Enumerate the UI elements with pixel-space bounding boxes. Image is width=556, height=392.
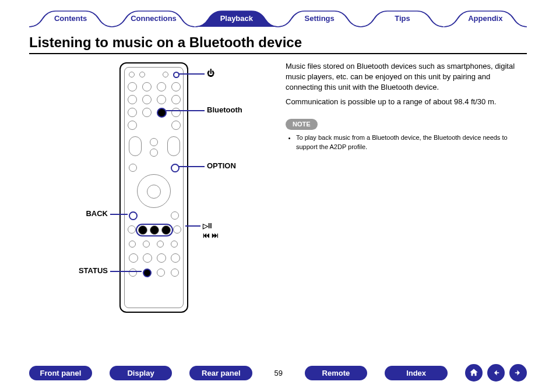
remote-outline bbox=[119, 62, 188, 313]
remote-btn bbox=[142, 108, 152, 117]
remote-btn bbox=[171, 211, 179, 220]
callout-label: Bluetooth bbox=[207, 105, 242, 114]
remote-btn bbox=[171, 108, 181, 117]
top-tab-bar: Contents Connections Playback Settings T… bbox=[0, 0, 556, 27]
remote-btn bbox=[128, 121, 137, 130]
note-badge: NOTE bbox=[286, 119, 318, 130]
tab-label: Playback bbox=[220, 14, 253, 23]
pill-label: Index bbox=[406, 369, 426, 377]
remote-btn bbox=[157, 82, 166, 91]
remote-btn bbox=[128, 225, 136, 234]
callout-bluetooth: Bluetooth bbox=[207, 105, 242, 114]
remote-btn bbox=[129, 136, 142, 156]
remote-btn bbox=[128, 82, 137, 91]
callout-label: BACK bbox=[86, 209, 108, 218]
callout-status: STATUS bbox=[64, 266, 108, 275]
tab-settings[interactable]: Settings bbox=[278, 10, 361, 27]
tab-label: Connections bbox=[131, 14, 177, 23]
remote-bluetooth-btn bbox=[157, 108, 167, 118]
next-page-button[interactable] bbox=[509, 364, 527, 382]
remote-btn bbox=[129, 253, 138, 263]
nav-rear-panel[interactable]: Rear panel bbox=[189, 366, 252, 380]
home-button[interactable] bbox=[465, 364, 483, 382]
remote-btn bbox=[142, 95, 152, 104]
remote-btn bbox=[143, 241, 150, 248]
bottom-nav: Front panel Display Rear panel 59 Remote… bbox=[0, 364, 556, 382]
playpause-icon: ▷II bbox=[203, 222, 212, 230]
remote-btn bbox=[139, 72, 145, 77]
remote-btn bbox=[163, 72, 168, 77]
tab-label: Settings bbox=[305, 14, 335, 23]
remote-btn bbox=[157, 253, 166, 263]
callout-playpause: ▷II bbox=[203, 222, 212, 230]
callout-label: STATUS bbox=[79, 266, 108, 275]
arrow-right-icon bbox=[513, 368, 523, 378]
remote-btn bbox=[167, 136, 180, 156]
pill-label: Front panel bbox=[40, 369, 81, 377]
remote-btn bbox=[171, 95, 181, 104]
prev-page-button[interactable] bbox=[487, 364, 505, 382]
content-area: ⏻ Bluetooth OPTION BACK ▷II ⏮ ⏭ STATUS bbox=[0, 54, 556, 316]
home-icon bbox=[469, 368, 479, 378]
tab-label: Tips bbox=[395, 14, 410, 23]
remote-btn bbox=[171, 241, 178, 248]
remote-btn bbox=[128, 108, 137, 117]
callout-label: OPTION bbox=[207, 161, 236, 170]
nav-index[interactable]: Index bbox=[385, 366, 448, 380]
remote-btn bbox=[129, 72, 135, 77]
remote-btn bbox=[142, 82, 152, 91]
tab-tips[interactable]: Tips bbox=[361, 10, 444, 27]
remote-btn bbox=[129, 269, 137, 277]
nav-icon-group bbox=[465, 364, 527, 382]
svg-rect-1 bbox=[515, 372, 518, 373]
remote-next-btn bbox=[161, 225, 171, 235]
remote-btn bbox=[150, 138, 158, 146]
svg-rect-0 bbox=[497, 372, 499, 373]
remote-back-btn bbox=[129, 211, 138, 220]
remote-btn bbox=[171, 253, 180, 263]
note-list: To play back music from a Bluetooth devi… bbox=[296, 133, 527, 151]
remote-btn bbox=[129, 241, 136, 248]
remote-enter bbox=[147, 185, 161, 199]
callout-back: BACK bbox=[73, 209, 108, 218]
pill-label: Remote bbox=[322, 369, 350, 377]
pill-label: Display bbox=[127, 369, 154, 377]
body-text: Music files stored on Bluetooth devices … bbox=[286, 60, 527, 316]
page-title: Listening to music on a Bluetooth device bbox=[29, 27, 527, 54]
callout-power: ⏻ bbox=[207, 69, 214, 77]
prevnext-icon: ⏮ ⏭ bbox=[203, 231, 219, 239]
remote-btn bbox=[128, 95, 137, 104]
power-icon: ⏻ bbox=[207, 69, 214, 77]
remote-btn bbox=[150, 149, 158, 157]
note-item: To play back music from a Bluetooth devi… bbox=[296, 133, 527, 151]
nav-remote[interactable]: Remote bbox=[305, 366, 368, 380]
remote-btn bbox=[171, 269, 179, 277]
remote-power-btn bbox=[173, 72, 180, 78]
callout-prevnext: ⏮ ⏭ bbox=[203, 231, 219, 239]
remote-status-btn bbox=[143, 269, 152, 277]
remote-btn bbox=[157, 269, 165, 277]
nav-display[interactable]: Display bbox=[110, 366, 173, 380]
remote-option-btn bbox=[171, 164, 180, 172]
page-number: 59 bbox=[270, 369, 287, 377]
remote-diagram-area: ⏻ Bluetooth OPTION BACK ▷II ⏮ ⏭ STATUS bbox=[29, 60, 280, 316]
tab-label: Contents bbox=[54, 14, 87, 23]
callout-option: OPTION bbox=[207, 161, 236, 170]
arrow-left-icon bbox=[491, 368, 501, 378]
remote-btn bbox=[171, 82, 181, 91]
tab-contents[interactable]: Contents bbox=[29, 10, 112, 27]
paragraph: Music files stored on Bluetooth devices … bbox=[286, 61, 527, 93]
remote-btn bbox=[171, 121, 181, 130]
remote-btn bbox=[129, 164, 137, 172]
remote-btn bbox=[157, 95, 166, 104]
nav-front-panel[interactable]: Front panel bbox=[29, 366, 92, 380]
remote-btn bbox=[143, 253, 152, 263]
tab-appendix[interactable]: Appendix bbox=[444, 10, 527, 27]
tab-label: Appendix bbox=[468, 14, 502, 23]
remote-btn bbox=[157, 241, 164, 248]
pill-label: Rear panel bbox=[202, 369, 240, 377]
remote-btn bbox=[173, 225, 181, 234]
tab-playback[interactable]: Playback bbox=[195, 10, 278, 27]
paragraph: Communication is possible up to a range … bbox=[286, 97, 527, 107]
tab-connections[interactable]: Connections bbox=[112, 10, 195, 27]
